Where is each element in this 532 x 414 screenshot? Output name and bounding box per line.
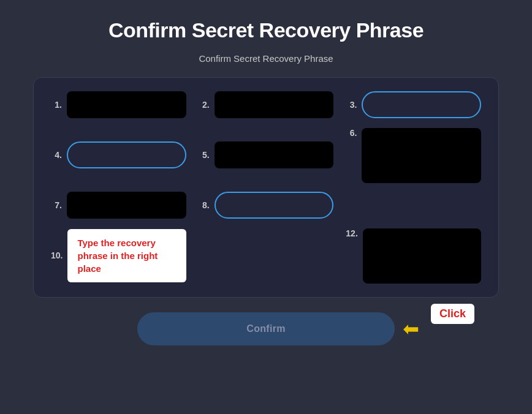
subtitle: Confirm Secret Recovery Phrase: [199, 53, 333, 64]
phrase-word-1: [67, 91, 186, 118]
phrase-item-12: 12.: [346, 227, 481, 284]
phrase-number-2: 2.: [199, 100, 210, 110]
phrase-input-4[interactable]: [67, 141, 186, 168]
phrase-item-11: [199, 227, 334, 284]
phrase-number-12: 12.: [346, 228, 357, 238]
confirm-button[interactable]: Confirm: [137, 312, 395, 345]
phrase-number-4: 4.: [51, 150, 62, 160]
tooltip-box: Type the recovery phrase in the right pl…: [67, 229, 186, 282]
phrase-item-3: 3.: [346, 91, 481, 118]
page-title: Confirm Secret Recovery Phrase: [108, 18, 424, 42]
phrase-word-2: [215, 91, 334, 118]
phrase-number-3: 3.: [346, 100, 357, 110]
confirm-button-wrapper: Confirm Click ➡: [33, 312, 499, 345]
phrase-number-8: 8.: [199, 200, 210, 210]
phrase-number-6: 6.: [346, 128, 357, 138]
phrase-grid: 1. 2. 3. 4. 5. 6. 7. 8. 10. Type the: [33, 77, 499, 298]
click-callout-label: Click: [431, 304, 474, 324]
phrase-number-10: 10.: [51, 250, 63, 260]
phrase-item-1: 1.: [51, 91, 186, 118]
phrase-item-8: 8.: [199, 192, 334, 219]
phrase-word-7: [67, 192, 186, 219]
phrase-item-7: 7.: [51, 192, 186, 219]
phrase-number-5: 5.: [199, 150, 210, 160]
phrase-item-10: 10. Type the recovery phrase in the righ…: [51, 227, 186, 284]
phrase-item-5: 5.: [199, 127, 334, 183]
phrase-input-8[interactable]: [215, 192, 334, 219]
phrase-word-5: [215, 141, 334, 168]
phrase-number-1: 1.: [51, 100, 62, 110]
phrase-word-6: [362, 128, 481, 183]
phrase-input-3[interactable]: [362, 91, 481, 118]
phrase-item-4: 4.: [51, 127, 186, 183]
arrow-icon: ➡: [403, 317, 419, 341]
phrase-item-6: 6.: [346, 127, 481, 183]
phrase-word-12: [363, 228, 481, 284]
phrase-item-9: [346, 192, 481, 219]
phrase-number-7: 7.: [51, 200, 62, 210]
phrase-item-2: 2.: [199, 91, 334, 118]
tooltip-text: Type the recovery phrase in the right pl…: [77, 236, 176, 275]
